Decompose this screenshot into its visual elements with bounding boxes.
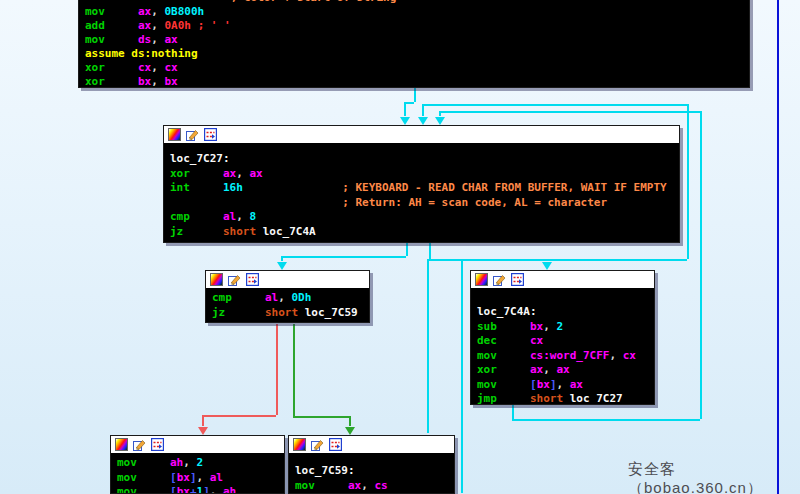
graph-edge-segment: [429, 242, 431, 259]
graph-edge-arrowhead: [198, 427, 208, 435]
asm-line: loc_7C59:: [295, 464, 454, 479]
asm-line: loc_7C4A:: [477, 305, 654, 320]
graph-node-entry[interactable]: ; color + start of stringmov ax, 0B800ha…: [78, 0, 750, 88]
asm-line: cmp al, 0Dh: [212, 291, 369, 306]
node-titlebar[interactable]: [111, 436, 284, 454]
graph-edge-arrowhead: [542, 262, 552, 270]
xrefs-icon[interactable]: [204, 128, 217, 141]
graph-edge-segment: [687, 104, 689, 259]
xrefs-icon[interactable]: [329, 438, 342, 451]
node-code: loc_7C59:mov ax, cs: [289, 454, 454, 493]
asm-line: jz short loc_7C4A: [170, 225, 679, 240]
node-code: loc_7C4A:sub bx, 2dec cxmov cs:word_7CFF…: [471, 289, 654, 405]
node-titlebar[interactable]: [206, 271, 369, 289]
graph-edge-segment: [202, 415, 204, 426]
graph-edge-arrowhead: [277, 262, 287, 270]
color-icon[interactable]: [168, 128, 181, 141]
edit-icon[interactable]: [133, 438, 146, 451]
graph-edge-segment: [202, 415, 276, 417]
graph-edge-arrowhead: [345, 427, 355, 435]
graph-node-store_char[interactable]: mov ah, 2mov [bx], almov [bx+1], ah: [110, 435, 285, 494]
graph-edge-segment: [293, 416, 349, 418]
node-code: mov ah, 2mov [bx], almov [bx+1], ah: [111, 454, 284, 494]
node-titlebar[interactable]: [289, 436, 454, 454]
graph-edge-segment: [349, 416, 351, 426]
graph-edge-segment: [422, 104, 687, 106]
asm-line: cmp al, 8: [170, 210, 679, 225]
graph-edge-segment: [422, 104, 424, 116]
edit-icon[interactable]: [311, 438, 324, 451]
asm-line: mov cs:word_7CFF, cx: [477, 349, 654, 364]
xrefs-icon[interactable]: [151, 438, 164, 451]
graph-edge-segment: [512, 404, 514, 419]
graph-edge-segment: [439, 111, 441, 116]
asm-line: jmp short loc_7C27: [477, 392, 654, 405]
asm-line: xor ax, ax: [170, 167, 679, 182]
graph-node-loc_7C27[interactable]: loc_7C27:xor ax, axint 16h ; KEYBOARD - …: [163, 125, 680, 243]
graph-edge-segment: [414, 87, 416, 102]
node-titlebar[interactable]: [471, 271, 654, 289]
edit-icon[interactable]: [228, 273, 241, 286]
edit-icon[interactable]: [186, 128, 199, 141]
graph-edge-arrowhead: [435, 117, 445, 125]
color-icon[interactable]: [115, 438, 128, 451]
graph-edge-segment: [461, 259, 463, 493]
xrefs-icon[interactable]: [246, 273, 259, 286]
xrefs-icon[interactable]: [511, 273, 524, 286]
graph-edge-segment: [404, 102, 406, 116]
asm-line: mov [bx], al: [117, 471, 284, 486]
graph-node-loc_7C4A[interactable]: loc_7C4A:sub bx, 2dec cxmov cs:word_7CFF…: [470, 270, 655, 405]
graph-edge-segment: [512, 419, 700, 421]
color-icon[interactable]: [210, 273, 223, 286]
graph-edge-segment: [439, 111, 700, 113]
graph-edge-arrowhead: [418, 117, 428, 125]
color-icon[interactable]: [475, 273, 488, 286]
graph-edge-segment: [461, 259, 687, 261]
graph-edge-segment: [700, 111, 702, 419]
asm-line: sub bx, 2: [477, 320, 654, 335]
asm-line: mov ax, cs: [295, 479, 454, 494]
asm-line: xor cx, cx: [85, 61, 749, 75]
graph-edge-segment: [427, 259, 429, 433]
graph-edge-segment: [276, 324, 278, 415]
graph-edge-arrowhead: [400, 117, 410, 125]
asm-line: mov ah, 2: [117, 456, 284, 471]
asm-line: xor ax, ax: [477, 363, 654, 378]
asm-line: mov ax, 0B800h: [85, 5, 749, 19]
ida-graph-view: ; color + start of stringmov ax, 0B800ha…: [0, 0, 800, 494]
graph-edge-segment: [281, 256, 406, 258]
asm-line: mov [bx], ax: [477, 378, 654, 393]
window-border-line: [777, 0, 779, 494]
graph-node-loc_7C59[interactable]: loc_7C59:mov ax, cs: [288, 435, 455, 494]
watermark: 安全客（bobao.360.cn）: [628, 460, 800, 494]
node-code: loc_7C27:xor ax, axint 16h ; KEYBOARD - …: [164, 144, 679, 239]
asm-line: assume ds:nothing: [85, 47, 749, 61]
asm-line: jz short loc_7C59: [212, 306, 369, 321]
node-code: ; color + start of stringmov ax, 0B800ha…: [79, 0, 749, 88]
graph-node-cmp_0dh[interactable]: cmp al, 0Dhjz short loc_7C59: [205, 270, 370, 323]
graph-edge-segment: [293, 324, 295, 416]
node-code: cmp al, 0Dhjz short loc_7C59: [206, 289, 369, 320]
asm-line: xor bx, bx: [85, 75, 749, 88]
asm-line: add ax, 0A0h ; ' ': [85, 19, 749, 33]
asm-line: loc_7C27:: [170, 152, 679, 167]
asm-line: dec cx: [477, 334, 654, 349]
asm-line: mov [bx+1], ah: [117, 485, 284, 494]
asm-line: mov ds, ax: [85, 33, 749, 47]
graph-edge-segment: [281, 256, 283, 261]
edit-icon[interactable]: [493, 273, 506, 286]
graph-edge-segment: [406, 242, 408, 256]
node-titlebar[interactable]: [164, 126, 679, 144]
color-icon[interactable]: [293, 438, 306, 451]
asm-line: ; Return: AH = scan code, AL = character: [170, 196, 679, 211]
asm-line: int 16h ; KEYBOARD - READ CHAR FROM BUFF…: [170, 181, 679, 196]
